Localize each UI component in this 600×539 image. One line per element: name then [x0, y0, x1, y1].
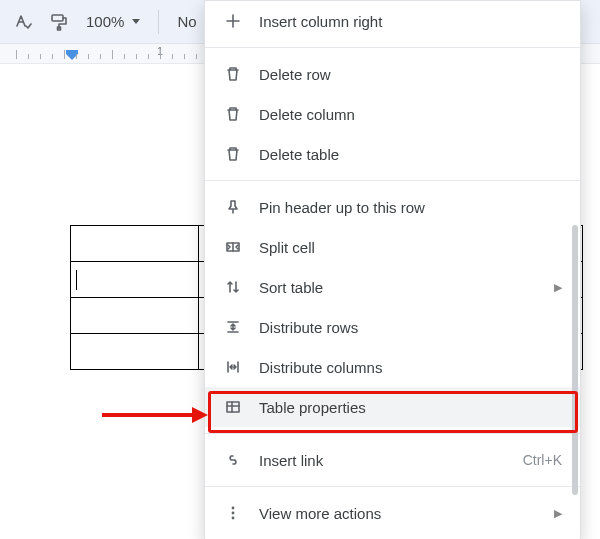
menu-label: View more actions [259, 505, 546, 522]
menu-distribute-columns[interactable]: Distribute columns [205, 347, 580, 387]
context-menu: Insert column right Delete row Delete co… [204, 0, 581, 539]
svg-point-7 [232, 517, 235, 520]
menu-label: Insert column right [259, 13, 562, 30]
spellcheck-button[interactable] [8, 7, 38, 37]
zoom-select[interactable]: 100% [80, 13, 146, 30]
svg-rect-4 [227, 402, 239, 412]
menu-view-more-actions[interactable]: View more actions ▶ [205, 493, 580, 533]
submenu-arrow-icon: ▶ [554, 281, 562, 294]
paragraph-style-select[interactable]: No [171, 13, 202, 30]
sort-icon [223, 279, 243, 295]
menu-label: Delete column [259, 106, 562, 123]
split-cell-icon [223, 239, 243, 255]
submenu-arrow-icon: ▶ [554, 507, 562, 520]
trash-icon [223, 66, 243, 82]
menu-label: Split cell [259, 239, 562, 256]
distribute-rows-icon [223, 319, 243, 335]
menu-separator [205, 486, 580, 487]
menu-label: Delete row [259, 66, 562, 83]
table-properties-icon [223, 399, 243, 415]
chevron-down-icon [132, 19, 140, 24]
menu-distribute-rows[interactable]: Distribute rows [205, 307, 580, 347]
text-cursor [76, 270, 77, 290]
style-value: No [177, 13, 196, 30]
menu-label: Distribute columns [259, 359, 562, 376]
more-vert-icon [223, 505, 243, 521]
menu-delete-column[interactable]: Delete column [205, 94, 580, 134]
menu-separator [205, 180, 580, 181]
menu-split-cell[interactable]: Split cell [205, 227, 580, 267]
menu-pin-header[interactable]: Pin header up to this row [205, 187, 580, 227]
paint-roller-icon [50, 13, 68, 31]
trash-icon [223, 146, 243, 162]
toolbar-separator [158, 10, 159, 34]
menu-label: Pin header up to this row [259, 199, 562, 216]
distribute-columns-icon [223, 359, 243, 375]
menu-insert-column-right[interactable]: Insert column right [205, 1, 580, 41]
menu-label: Delete table [259, 146, 562, 163]
svg-point-6 [232, 512, 235, 515]
link-icon [223, 452, 243, 468]
svg-rect-0 [52, 15, 63, 21]
menu-separator [205, 433, 580, 434]
zoom-value: 100% [86, 13, 124, 30]
svg-point-5 [232, 507, 235, 510]
plus-icon [223, 13, 243, 29]
trash-icon [223, 106, 243, 122]
menu-shortcut: Ctrl+K [523, 452, 562, 468]
pin-icon [223, 199, 243, 215]
menu-delete-table[interactable]: Delete table [205, 134, 580, 174]
spellcheck-icon [14, 13, 32, 31]
menu-label: Table properties [259, 399, 562, 416]
menu-sort-table[interactable]: Sort table ▶ [205, 267, 580, 307]
menu-label: Sort table [259, 279, 546, 296]
menu-table-properties[interactable]: Table properties [205, 387, 580, 427]
menu-label: Insert link [259, 452, 523, 469]
indent-marker[interactable] [64, 50, 80, 62]
menu-separator [205, 47, 580, 48]
paint-format-button[interactable] [44, 7, 74, 37]
menu-scrollbar[interactable] [572, 225, 578, 495]
menu-label: Distribute rows [259, 319, 562, 336]
menu-insert-link[interactable]: Insert link Ctrl+K [205, 440, 580, 480]
menu-delete-row[interactable]: Delete row [205, 54, 580, 94]
